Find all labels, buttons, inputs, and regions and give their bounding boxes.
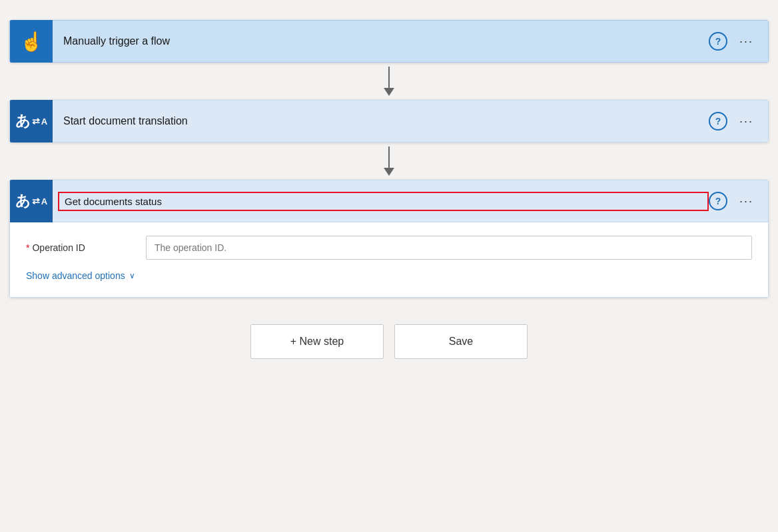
operation-id-input[interactable] [146,236,752,260]
touch-icon: ☝ [20,31,43,53]
trigger-help-button[interactable]: ? [709,32,727,51]
get-status-icon-bg: あ⇄A [10,180,53,222]
show-advanced-label: Show advanced options [26,270,125,281]
arrow-connector-1 [384,63,394,100]
step-translate-start-header: あ⇄A Start document translation ? ··· [9,100,769,142]
arrow-line-1 [388,67,390,88]
translate-start-title: Start document translation [53,115,709,127]
save-button[interactable]: Save [394,324,528,359]
bottom-actions: + New step Save [250,324,528,359]
translate-start-help-button[interactable]: ? [709,112,727,131]
trigger-more-button[interactable]: ··· [735,32,757,51]
translate-start-actions: ? ··· [709,112,768,131]
translate-start-more-button[interactable]: ··· [735,112,757,131]
step-trigger-card: ☝ Manually trigger a flow ? ··· [9,20,769,63]
trigger-title: Manually trigger a flow [53,35,709,47]
arrow-head-1 [384,88,394,96]
step-get-status-body: *Operation ID Show advanced options ∨ [9,222,769,298]
get-status-title: Get documents status [58,192,709,211]
arrow-head-2 [384,168,394,176]
chevron-down-icon: ∨ [129,271,135,280]
translate-start-icon-bg: あ⇄A [10,100,53,142]
get-status-more-button[interactable]: ··· [735,192,757,211]
get-status-help-button[interactable]: ? [709,192,727,210]
operation-id-row: *Operation ID [26,236,752,260]
translate-start-icon: あ⇄A [15,111,47,131]
new-step-button[interactable]: + New step [250,324,384,359]
step-translate-start-card: あ⇄A Start document translation ? ··· [9,100,769,142]
get-status-icon: あ⇄A [15,191,47,211]
get-status-actions: ? ··· [709,192,768,211]
step-get-status-header: あ⇄A Get documents status ? ··· [9,180,769,222]
show-advanced-button[interactable]: Show advanced options ∨ [26,270,135,281]
arrow-line-2 [388,146,390,168]
step-get-status-card: あ⇄A Get documents status ? ··· *Operatio… [9,180,769,298]
required-marker: * [26,242,29,253]
arrow-connector-2 [384,142,394,180]
flow-container: ☝ Manually trigger a flow ? ··· あ⇄A Star… [9,20,769,359]
step-trigger-header: ☝ Manually trigger a flow ? ··· [9,20,769,63]
trigger-icon-bg: ☝ [10,20,53,63]
trigger-actions: ? ··· [709,32,768,51]
operation-id-label: *Operation ID [26,242,146,253]
